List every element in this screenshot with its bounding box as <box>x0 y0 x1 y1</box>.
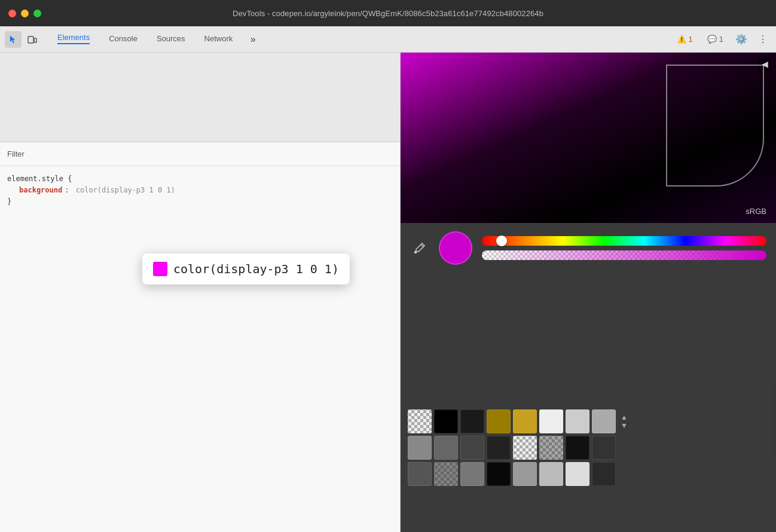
swatch-dark1[interactable] <box>460 409 484 433</box>
css-selector: element.style { <box>7 173 393 185</box>
window-title: DevTools - codepen.io/argyleink/pen/QWBg… <box>233 9 543 18</box>
tab-console[interactable]: Console <box>99 26 147 53</box>
tab-elements[interactable]: Elements <box>48 26 99 53</box>
warn-icon: ⚠️ <box>677 35 686 44</box>
swatches-area: ▲ ▼ <box>401 405 776 532</box>
css-value: color(display-p3 1 0 1) <box>76 185 175 196</box>
right-panel: ◀ sRGB <box>401 53 776 532</box>
swatch-dark5[interactable] <box>592 462 616 486</box>
filter-area: Filter <box>0 142 400 166</box>
swatch-black[interactable] <box>434 409 458 433</box>
swatch-gray7[interactable] <box>460 462 484 486</box>
toolbar-right: ⚠️ 1 💬 1 ⚙️ ⋮ <box>672 31 771 48</box>
swatch-dark4[interactable] <box>487 462 511 486</box>
warnings-button[interactable]: ⚠️ 1 <box>672 32 698 46</box>
swatch-checker2[interactable] <box>513 436 537 460</box>
scroll-down-icon[interactable]: ▼ <box>621 422 628 429</box>
device-icon[interactable] <box>24 31 41 48</box>
collapse-button[interactable]: ◀ <box>758 57 771 71</box>
color-controls <box>401 223 776 273</box>
swatch-gold2[interactable] <box>513 409 537 433</box>
css-code-area: element.style { background : color(displ… <box>0 166 400 215</box>
swatch-dark3[interactable] <box>592 436 616 460</box>
more-options-button[interactable]: ⋮ <box>754 31 771 48</box>
sliders-area <box>482 236 766 260</box>
swatch-gray2[interactable] <box>408 436 432 460</box>
swatch-gray4[interactable] <box>460 436 484 460</box>
css-close-brace: } <box>7 196 393 207</box>
swatch-transparent[interactable] <box>408 409 432 433</box>
swatch-light2[interactable] <box>566 409 589 433</box>
eyedropper-button[interactable] <box>410 239 429 258</box>
window-controls <box>8 10 41 17</box>
minimize-button[interactable] <box>21 10 29 17</box>
swatch-gray3[interactable] <box>434 436 458 460</box>
css-property: background <box>19 185 62 196</box>
srgb-label: sRGB <box>746 207 766 216</box>
tab-network[interactable]: Network <box>195 26 243 53</box>
main-area: Filter element.style { background : colo… <box>0 53 776 532</box>
svg-rect-1 <box>34 38 36 42</box>
swatch-light1[interactable] <box>539 409 563 433</box>
swatch-row-3 <box>408 462 769 486</box>
swatch-gray5[interactable] <box>487 436 511 460</box>
swatch-dark2[interactable] <box>566 436 589 460</box>
color-preview-circle[interactable] <box>439 231 472 265</box>
svg-point-2 <box>415 252 417 253</box>
tooltip-color-swatch[interactable] <box>153 262 167 276</box>
swatch-gold1[interactable] <box>487 409 511 433</box>
swatch-checker4[interactable] <box>434 462 458 486</box>
devtools-window: Elements Console Sources Network » ⚠️ 1 … <box>0 26 776 532</box>
alpha-slider[interactable] <box>482 250 766 260</box>
title-bar: DevTools - codepen.io/argyleink/pen/QWBg… <box>0 0 776 26</box>
scroll-up-icon[interactable]: ▲ <box>621 414 628 421</box>
swatch-row-1: ▲ ▼ <box>408 409 769 433</box>
element-preview <box>0 53 400 142</box>
gear-icon: ⚙️ <box>735 33 747 45</box>
cursor-icon[interactable] <box>5 31 22 48</box>
swatch-gray1[interactable] <box>592 409 616 433</box>
hue-slider[interactable] <box>482 236 766 246</box>
close-button[interactable] <box>8 10 16 17</box>
gradient-canvas[interactable]: ◀ sRGB <box>401 53 776 223</box>
dots-icon: ⋮ <box>758 33 768 45</box>
maximize-button[interactable] <box>33 10 41 17</box>
tab-sources[interactable]: Sources <box>147 26 195 53</box>
more-tabs-button[interactable]: » <box>245 31 261 48</box>
tab-bar: Elements Console Sources Network » ⚠️ 1 … <box>0 26 776 53</box>
messages-button[interactable]: 💬 1 <box>702 32 728 46</box>
left-panel: Filter element.style { background : colo… <box>0 53 401 532</box>
settings-button[interactable]: ⚙️ <box>733 31 750 48</box>
swatch-row-2 <box>408 436 769 460</box>
css-colon: : <box>65 185 73 196</box>
swatch-gray6[interactable] <box>408 462 432 486</box>
swatch-light3[interactable] <box>566 462 589 486</box>
svg-rect-0 <box>28 36 33 43</box>
toolbar-icons <box>5 31 41 48</box>
swatch-scroll[interactable]: ▲ ▼ <box>621 414 628 429</box>
swatch-gray8[interactable] <box>513 462 537 486</box>
tooltip-color-text: color(display-p3 1 0 1) <box>173 262 339 276</box>
chat-icon: 💬 <box>707 35 717 44</box>
swatch-checker3[interactable] <box>539 436 563 460</box>
swatch-gray9[interactable] <box>539 462 563 486</box>
filter-label: Filter <box>7 149 25 158</box>
color-tooltip: color(display-p3 1 0 1) <box>142 253 350 285</box>
